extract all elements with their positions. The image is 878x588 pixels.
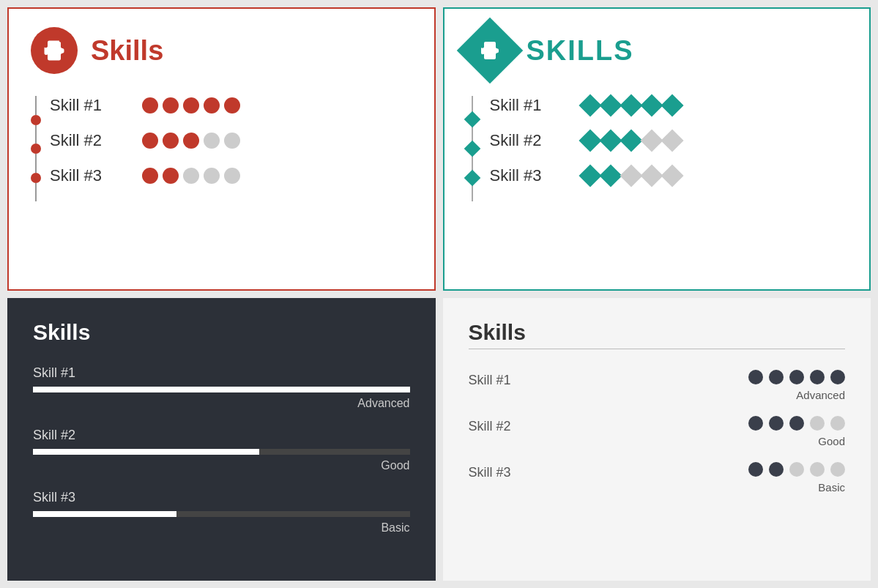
panel3-skill1-name: Skill #1: [33, 365, 410, 381]
panel2-skill2-dots: [582, 133, 680, 149]
panel3-title: Skills: [33, 320, 410, 345]
panel4-title: Skills: [469, 320, 846, 345]
panel2-header: SKILLS: [466, 27, 848, 74]
panel4-divider: [469, 349, 846, 349]
panel1-tl-dot-1: [31, 115, 41, 125]
panel2-tl-dot-3: [464, 170, 480, 187]
panel4-skill-2: Skill #2 Good: [469, 416, 846, 447]
panel4-skill1-name: Skill #1: [469, 370, 511, 388]
panel2-skill-1: Skill #1: [490, 96, 848, 115]
panel2-skill1-dots: [582, 97, 680, 113]
panel4-skill3-name: Skill #3: [469, 462, 511, 480]
panel4-skill2-name: Skill #2: [469, 416, 511, 434]
panel-teal-diamonds: SKILLS Skill #1 Ski: [443, 7, 871, 291]
panel2-icon-inner: [478, 39, 502, 62]
panel3-skill3-bar: [33, 511, 410, 517]
panel1-tl-dot-3: [31, 173, 41, 183]
panel3-skill2-fill: [33, 449, 259, 455]
panel2-skill2-name: Skill #2: [490, 131, 563, 150]
panel2-skills-list: Skill #1 Skill #2: [490, 96, 848, 201]
panel3-skill3-name: Skill #3: [33, 490, 410, 505]
panel4-skill1-right: Advanced: [748, 370, 845, 401]
panel2-skill-2: Skill #2: [490, 131, 848, 150]
panel1-skill2-name: Skill #2: [50, 131, 123, 150]
panel2-skill-3: Skill #3: [490, 166, 848, 185]
panel2-skill1-name: Skill #1: [490, 96, 563, 115]
panel2-title: SKILLS: [527, 35, 634, 67]
panel1-skills-list: Skill #1 Skill #2: [50, 96, 412, 201]
panel-dark-bars: Skills Skill #1 Advanced Skill #2 Good S…: [7, 298, 436, 581]
panel3-skill3-fill: [33, 511, 176, 517]
panel-red-circles: Skills Skill #1 Ski: [7, 7, 436, 291]
panel2-tl-dot-2: [464, 141, 480, 157]
panel2-skills-container: Skill #1 Skill #2: [466, 96, 848, 201]
panel3-skill-1: Skill #1 Advanced: [33, 365, 410, 410]
panel3-skill1-fill: [33, 387, 410, 392]
panel1-title: Skills: [91, 35, 163, 67]
panel1-skill2-dots: [142, 133, 240, 149]
panel1-skill1-name: Skill #1: [50, 96, 123, 115]
panel4-skill-1: Skill #1 Advanced: [469, 370, 846, 401]
panel3-skill2-name: Skill #2: [33, 428, 410, 443]
panel4-skill1-dots: [748, 370, 845, 384]
panel1-tl-dot-2: [31, 144, 41, 154]
panel1-skill3-dots: [142, 168, 240, 184]
panel3-skill-3: Skill #3 Basic: [33, 490, 410, 535]
panel2-icon-wrapper: [456, 18, 523, 84]
puzzle-icon: [41, 37, 67, 64]
panel4-skill2-dots: [748, 416, 845, 431]
panel4-skill3-right: Basic: [748, 462, 845, 494]
panel4-skill2-level: Good: [818, 435, 845, 447]
panel1-skill1-dots: [142, 97, 240, 113]
panel3-skill1-bar: [33, 387, 410, 392]
panel2-skill3-dots: [582, 168, 680, 184]
panel1-header: Skills: [31, 27, 412, 74]
panel4-skill3-dots: [748, 462, 845, 477]
panel1-skill-3: Skill #3: [50, 166, 412, 185]
panel3-skill2-level: Good: [33, 459, 410, 472]
panel2-timeline: [466, 96, 478, 201]
panel1-skill-1: Skill #1: [50, 96, 412, 115]
panel1-skills-container: Skill #1 Skill #2: [31, 96, 412, 201]
panel2-puzzle-icon: [478, 39, 502, 62]
panel4-skill1-level: Advanced: [796, 389, 845, 401]
panel1-skill3-name: Skill #3: [50, 166, 123, 185]
panel4-skill2-right: Good: [748, 416, 845, 447]
panel1-timeline: [31, 96, 41, 201]
panel3-skill2-bar: [33, 449, 410, 455]
panel3-skill3-level: Basic: [33, 521, 410, 535]
panel4-skill3-level: Basic: [818, 481, 845, 494]
panel2-skill3-name: Skill #3: [490, 166, 563, 185]
panel-light-dots: Skills Skill #1 Advanced Skill #2: [443, 298, 871, 581]
panel3-skill1-level: Advanced: [33, 397, 410, 410]
panel2-tl-dot-1: [464, 111, 480, 128]
panel4-skill-3: Skill #3 Basic: [469, 462, 846, 494]
panel3-skill-2: Skill #2 Good: [33, 428, 410, 472]
panel1-skill-2: Skill #2: [50, 131, 412, 150]
panel1-icon: [31, 27, 78, 74]
